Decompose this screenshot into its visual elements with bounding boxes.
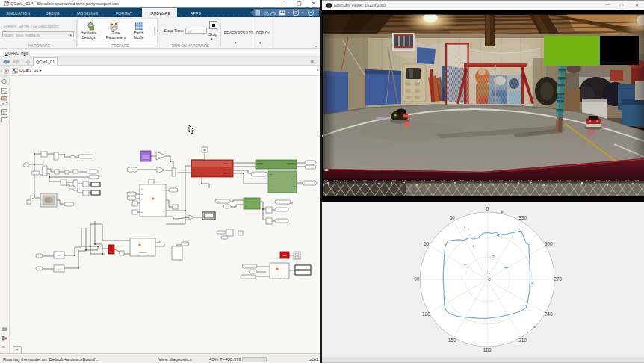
svg-text:y1: y1: [163, 190, 164, 191]
svg-text:worldFrame: worldFrame: [286, 162, 294, 164]
svg-text:A: A: [1, 102, 4, 107]
svg-text:valid: valid: [291, 166, 294, 167]
svg-text:210: 210: [518, 338, 527, 343]
svg-text:90: 90: [414, 276, 420, 282]
svg-text:270: 270: [554, 276, 562, 282]
svg-text:TransposeFcn: TransposeFcn: [138, 252, 146, 253]
svg-text:120: 120: [422, 311, 430, 317]
svg-text:STOP: STOP: [282, 255, 287, 256]
svg-text:y2: y2: [163, 211, 164, 212]
svg-text:30: 30: [449, 215, 455, 220]
svg-text:1/z: 1/z: [58, 255, 61, 256]
svg-text:60: 60: [424, 241, 430, 246]
svg-text:QUARC: QUARC: [277, 275, 282, 276]
svg-text:u2: u2: [141, 193, 143, 195]
svg-text:150: 150: [448, 338, 456, 343]
svg-text:1/z: 1/z: [174, 207, 176, 208]
svg-text:240: 240: [545, 311, 553, 317]
svg-text:v: v: [245, 200, 246, 202]
svg-text:300: 300: [545, 241, 553, 246]
svg-text:getPose: getPose: [258, 162, 264, 164]
svg-text:0: 0: [486, 206, 489, 211]
svg-text:180: 180: [483, 347, 492, 353]
svg-text:330: 330: [518, 215, 527, 220]
svg-text:»: »: [2, 344, 5, 350]
svg-text:err: err: [271, 189, 273, 190]
svg-text:1/0.66: 1/0.66: [158, 156, 163, 158]
svg-text:u1: u1: [141, 188, 143, 190]
svg-text:1/z: 1/z: [58, 268, 61, 270]
svg-text:pos: pos: [270, 173, 272, 175]
svg-text:cmd: cmd: [292, 178, 295, 179]
svg-text:out: out: [293, 185, 295, 187]
svg-text:en: en: [141, 199, 143, 200]
